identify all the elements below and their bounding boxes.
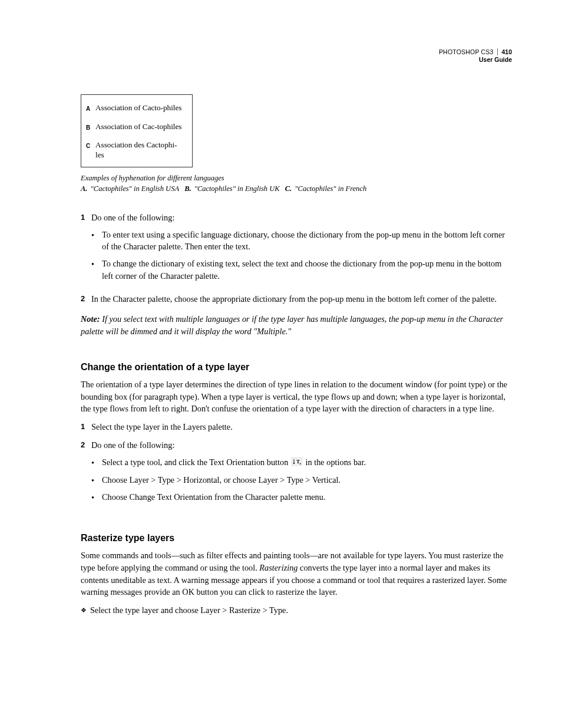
step-2-bullets: • Select a type tool, and click the Text…: [91, 456, 512, 505]
step-2: 2 Do one of the following: • Select a ty…: [81, 439, 512, 509]
guide-label: User Guide: [439, 56, 512, 64]
bullet-icon: •: [91, 474, 102, 487]
page-number: 410: [497, 48, 512, 55]
step-number: 2: [81, 293, 91, 305]
page-content: A Association of Cacto-philes B Associat…: [81, 48, 512, 617]
bullet-text: To change the dictionary of existing tex…: [102, 258, 512, 282]
note-text: If you select text with multiple languag…: [81, 314, 503, 336]
step-text: Select the type layer in the Layers pale…: [91, 421, 512, 433]
step-number: 1: [81, 212, 91, 287]
caption-b-label: B.: [184, 185, 191, 193]
section2-intro: The orientation of a type layer determin…: [81, 378, 512, 415]
example-text-a: Association of Cacto-philes: [95, 103, 182, 113]
step-number: 2: [81, 439, 91, 509]
bullet-item: • To enter text using a specific languag…: [91, 229, 512, 253]
section3-em: Rasterizing: [259, 563, 297, 572]
bullet-icon: •: [91, 491, 102, 504]
bullet-text: Select a type tool, and click the Text O…: [102, 456, 512, 469]
diamond-text: Select the type layer and choose Layer >…: [90, 604, 512, 617]
heading-rasterize: Rasterize type layers: [81, 531, 512, 545]
section3-list: Select the type layer and choose Layer >…: [81, 604, 512, 617]
step-number: 1: [81, 421, 91, 433]
step-1: 1 Select the type layer in the Layers pa…: [81, 421, 512, 433]
svg-text:T: T: [296, 459, 300, 465]
note-label: Note:: [81, 314, 100, 324]
bullet-icon: •: [91, 456, 102, 469]
step-text: Do one of the following:: [91, 440, 174, 450]
bullet-item: • Select a type tool, and click the Text…: [91, 456, 512, 469]
page: PHOTOSHOP CS3 410 User Guide A Associati…: [0, 0, 562, 728]
bullet-item: • To change the dictionary of existing t…: [91, 258, 512, 282]
bullet-icon: •: [91, 258, 102, 282]
bullet-text-a: Select a type tool, and click the Text O…: [102, 457, 288, 467]
procedure-2: 1 Select the type layer in the Layers pa…: [81, 421, 512, 509]
caption-b-text: "Cactophiles" in English UK: [194, 185, 280, 193]
caption-a-text: "Cactophiles" in English USA: [91, 185, 179, 193]
example-label-b: B: [86, 122, 95, 133]
diamond-item: Select the type layer and choose Layer >…: [81, 604, 512, 617]
hyphenation-example-box: A Association of Cacto-philes B Associat…: [81, 94, 193, 167]
text-orientation-icon: T: [292, 457, 302, 469]
caption-a-label: A.: [81, 185, 87, 193]
caption-line2: A. "Cactophiles" in English USA B. "Cact…: [81, 184, 512, 195]
heading-change-orientation: Change the orientation of a type layer: [81, 360, 512, 374]
step-text: In the Character palette, choose the app…: [91, 293, 512, 305]
example-row-b: B Association of Cac-tophiles: [86, 122, 185, 133]
diamond-icon: [81, 604, 90, 617]
step-text: Do one of the following:: [91, 213, 174, 222]
example-row-a: A Association of Cacto-philes: [86, 103, 185, 114]
page-header: PHOTOSHOP CS3 410 User Guide: [439, 48, 512, 64]
caption-c-label: C.: [285, 185, 292, 193]
bullet-text: Choose Layer > Type > Horizontal, or cho…: [102, 474, 512, 487]
example-label-c: C: [86, 140, 95, 151]
note-block: Note: If you select text with multiple l…: [81, 313, 512, 337]
example-caption: Examples of hyphenation for different la…: [81, 173, 512, 194]
bullet-text: Choose Change Text Orientation from the …: [102, 491, 512, 504]
example-row-c: C Association des Cactophi-les: [86, 140, 185, 160]
caption-line1: Examples of hyphenation for different la…: [81, 173, 512, 184]
example-label-a: A: [86, 103, 95, 114]
step-2: 2 In the Character palette, choose the a…: [81, 293, 512, 305]
step-1-bullets: • To enter text using a specific languag…: [91, 229, 512, 282]
example-text-b: Association of Cac-tophiles: [95, 122, 182, 132]
caption-c-text: "Cactophiles" in French: [295, 185, 366, 193]
section3-intro: Some commands and tools—such as filter e…: [81, 549, 512, 598]
bullet-item: • Choose Layer > Type > Horizontal, or c…: [91, 474, 512, 487]
example-text-c: Association des Cactophi-les: [95, 140, 185, 160]
product-title: PHOTOSHOP CS3: [439, 48, 494, 55]
bullet-text-b: in the options bar.: [306, 457, 366, 467]
bullet-text: To enter text using a specific language …: [102, 229, 512, 253]
bullet-icon: •: [91, 229, 102, 253]
procedure-1: 1 Do one of the following: • To enter te…: [81, 212, 512, 305]
step-1: 1 Do one of the following: • To enter te…: [81, 212, 512, 287]
bullet-item: • Choose Change Text Orientation from th…: [91, 491, 512, 504]
